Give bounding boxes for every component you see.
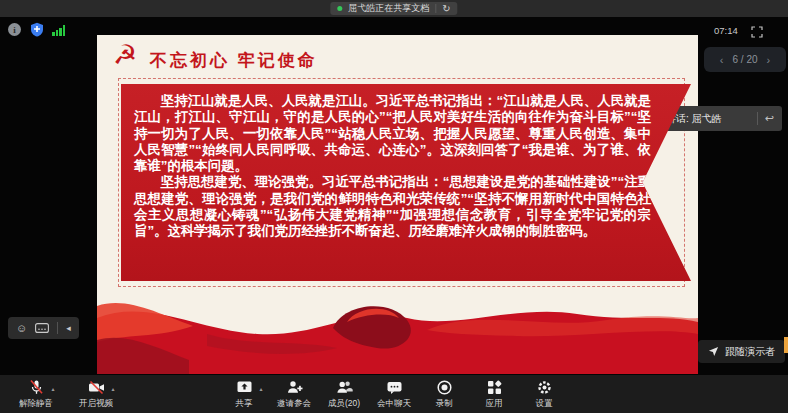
edge-notification-strip — [784, 337, 788, 353]
shield-icon[interactable] — [30, 22, 44, 41]
restore-arrow-icon[interactable]: ↩ — [765, 113, 774, 124]
mic-muted-icon — [28, 379, 45, 396]
share-button[interactable]: ▴ 共享 — [226, 379, 262, 410]
page-indicator: 6 / 20 — [732, 54, 757, 65]
info-icon[interactable]: i — [8, 23, 21, 36]
pill-divider — [435, 4, 436, 13]
collapse-icon[interactable]: ◂ — [66, 323, 71, 333]
meeting-timer: 07:14 — [714, 25, 738, 36]
prev-page-icon[interactable]: ‹ — [720, 54, 724, 66]
meeting-toolbar: ▴ 解除静音 ▴ 开启视频 — [0, 375, 788, 413]
slide-red-banner: 坚持江山就是人民、人民就是江山。习近平总书记指出：“江山就是人民、人民就是江山，… — [121, 84, 691, 281]
share-options-caret[interactable]: ▴ — [259, 385, 262, 392]
shared-slide: ☭ 不忘初心 牢记使命 坚持江山就是人民、人民就是江山。习近平总书记指出：“江山… — [97, 35, 698, 374]
window-titlebar: 屈弋皓正在共享文档 ↻ — [0, 0, 788, 17]
fullscreen-icon[interactable] — [751, 24, 763, 42]
meeting-window: 屈弋皓正在共享文档 ↻ i 07:14 ☭ 不忘初心 牢记使命 坚持江山就是人民… — [0, 0, 788, 413]
record-button[interactable]: 录制 — [426, 379, 462, 410]
members-button[interactable]: 成员(20) — [326, 379, 362, 410]
reaction-caption-pill: ☺ ◂ — [8, 317, 79, 339]
online-dot-icon — [337, 6, 342, 11]
cursor-icon — [708, 346, 719, 357]
apps-grid-icon — [486, 379, 503, 396]
red-ribbon-graphic — [97, 288, 698, 374]
chat-button[interactable]: 会中聊天 — [376, 379, 412, 410]
camera-off-icon — [88, 379, 105, 396]
mic-options-caret[interactable]: ▴ — [51, 385, 54, 392]
network-signal-icon[interactable] — [52, 25, 65, 36]
sharing-status-pill[interactable]: 屈弋皓正在共享文档 ↻ — [330, 2, 457, 15]
invite-person-icon — [286, 379, 303, 396]
slide-page-nav[interactable]: ‹ 6 / 20 › — [704, 47, 786, 72]
unmute-button[interactable]: ▴ 解除静音 — [18, 379, 54, 410]
pill-divider — [57, 322, 58, 334]
follow-presenter-label: 跟随演示者 — [725, 345, 775, 359]
invite-button[interactable]: 邀请参会 — [276, 379, 312, 410]
apps-button[interactable]: 应用 — [476, 379, 512, 410]
party-emblem-icon: ☭ — [113, 41, 137, 71]
slide-paragraph-1: 坚持江山就是人民、人民就是江山。习近平总书记指出：“江山就是人民、人民就是江山，… — [134, 93, 651, 174]
next-page-icon[interactable]: › — [767, 54, 771, 66]
video-options-caret[interactable]: ▴ — [111, 385, 114, 392]
refresh-icon[interactable]: ↻ — [442, 4, 450, 14]
caption-icon[interactable] — [35, 319, 49, 337]
members-icon — [336, 379, 353, 396]
pill-divider — [757, 112, 758, 125]
slide-paragraph-2: 坚持思想建党、理论强党。习近平总书记指出：“思想建设是党的基础性建设”“注重思想… — [134, 174, 651, 239]
record-icon — [436, 379, 453, 396]
gear-icon — [536, 379, 553, 396]
chat-bubble-icon — [386, 379, 403, 396]
main-controls: ▴ 共享 邀请参会 — [226, 379, 562, 410]
share-screen-icon — [236, 379, 253, 396]
settings-button[interactable]: 设置 — [526, 379, 562, 410]
follow-presenter-button[interactable]: 跟随演示者 — [698, 340, 785, 363]
start-video-button[interactable]: ▴ 开启视频 — [78, 379, 114, 410]
sharing-status-text: 屈弋皓正在共享文档 — [348, 2, 429, 15]
slide-title: 不忘初心 牢记使命 — [150, 49, 318, 72]
audio-video-controls: ▴ 解除静音 ▴ 开启视频 — [18, 379, 114, 410]
smiley-icon[interactable]: ☺ — [16, 323, 27, 334]
